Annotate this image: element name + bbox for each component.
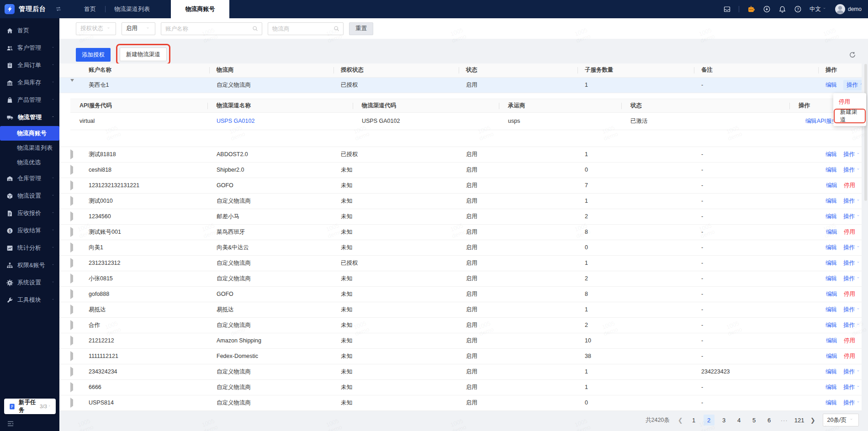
op-menu-trigger[interactable]: 操作: [843, 166, 861, 174]
new-logistics-channel-button[interactable]: 新建物流渠道: [120, 47, 167, 61]
edit-link[interactable]: 编辑: [826, 259, 837, 267]
expand-row-icon[interactable]: [70, 398, 73, 408]
stop-link[interactable]: 停用: [844, 337, 855, 345]
page-number-6[interactable]: 6: [764, 415, 775, 426]
tab-2[interactable]: 物流渠道列表: [105, 0, 159, 18]
edit-link[interactable]: 编辑: [826, 166, 837, 174]
edit-link[interactable]: 编辑: [826, 182, 837, 189]
user-menu[interactable]: demo: [835, 4, 862, 14]
edit-link[interactable]: 编辑: [826, 337, 837, 345]
op-menu-trigger-open[interactable]: 操作: [843, 80, 862, 90]
stop-link[interactable]: 停用: [844, 228, 855, 236]
refresh-icon[interactable]: [849, 51, 856, 58]
bell-icon[interactable]: [778, 5, 786, 13]
prev-page-arrow[interactable]: ❮: [677, 417, 684, 424]
auth-status-select[interactable]: 授权状态: [76, 22, 116, 35]
sidebar-item-2[interactable]: 客户管理: [0, 39, 59, 57]
edit-link[interactable]: 编辑: [826, 290, 837, 298]
page-number-121[interactable]: 121: [794, 415, 805, 426]
sidebar-item-4[interactable]: 全局库存: [0, 74, 59, 91]
sidebar-subitem-物流商账号[interactable]: 物流商账号: [0, 126, 59, 141]
op-menu-trigger[interactable]: 操作: [843, 306, 861, 314]
page-ellipsis[interactable]: ···: [779, 415, 790, 426]
edit-link[interactable]: 编辑: [826, 151, 837, 158]
expand-row-icon[interactable]: [70, 351, 73, 361]
stop-link[interactable]: 停用: [844, 352, 855, 360]
tab-1[interactable]: 首页: [75, 0, 105, 18]
question-circle-icon[interactable]: ?: [794, 5, 802, 13]
op-menu-trigger[interactable]: 操作: [843, 384, 861, 391]
expand-row-icon[interactable]: [70, 289, 73, 299]
sidebar-item-1[interactable]: 首页: [0, 22, 59, 39]
stop-link[interactable]: 停用: [844, 290, 855, 298]
sidebar-item-14[interactable]: 工具模块: [0, 291, 59, 309]
expand-row-icon[interactable]: [70, 273, 73, 284]
edit-link[interactable]: 编辑: [826, 352, 837, 360]
search-icon[interactable]: [252, 26, 259, 32]
tab-3[interactable]: 物流商账号: [171, 0, 229, 18]
expand-row-icon[interactable]: [70, 242, 73, 252]
edit-link[interactable]: 编辑: [826, 275, 837, 283]
op-menu-trigger[interactable]: 操作: [843, 244, 861, 252]
menu-item-停用[interactable]: 停用: [833, 95, 866, 108]
sidebar-item-9[interactable]: 应收报价: [0, 205, 59, 222]
search-icon[interactable]: [333, 26, 340, 32]
sidebar-item-7[interactable]: 仓库管理: [0, 170, 59, 187]
collapse-row-icon[interactable]: [70, 79, 74, 88]
sidebar-item-12[interactable]: 权限&账号: [0, 257, 59, 274]
edit-link[interactable]: 编辑: [826, 244, 837, 252]
op-menu-trigger[interactable]: 操作: [843, 321, 861, 329]
edit-link[interactable]: 编辑: [826, 213, 837, 221]
op-menu-trigger[interactable]: 操作: [843, 213, 861, 221]
expand-row-icon[interactable]: [70, 211, 73, 221]
expand-row-icon[interactable]: [70, 382, 73, 392]
sidebar-item-8[interactable]: 物流设置: [0, 187, 59, 205]
sidebar-item-13[interactable]: 系统设置: [0, 274, 59, 291]
page-number-5[interactable]: 5: [749, 415, 760, 426]
op-menu-trigger[interactable]: 操作: [843, 259, 861, 267]
edit-link[interactable]: 编辑: [826, 384, 837, 391]
expand-row-icon[interactable]: [70, 367, 73, 377]
edit-link[interactable]: 编辑: [826, 399, 837, 407]
add-auth-button[interactable]: 添加授权: [76, 48, 111, 62]
vertical-scrollbar[interactable]: [864, 64, 867, 201]
edit-link[interactable]: 编辑: [826, 81, 837, 89]
expand-row-icon[interactable]: [70, 196, 73, 206]
menu-item-新建渠道[interactable]: 新建渠道: [835, 110, 865, 122]
newbie-task-button[interactable]: 新手任务 3/3: [4, 399, 56, 414]
edit-link[interactable]: 编辑: [826, 368, 837, 376]
sidebar-subitem-物流优选[interactable]: 物流优选: [0, 155, 59, 170]
expand-row-icon[interactable]: [70, 165, 73, 175]
next-page-arrow[interactable]: ❯: [809, 417, 817, 424]
language-selector[interactable]: 中文: [810, 5, 827, 13]
inbox-icon[interactable]: [723, 5, 731, 13]
status-select[interactable]: 启用: [122, 22, 155, 35]
expand-row-icon[interactable]: [70, 336, 73, 346]
edit-link[interactable]: 编辑: [826, 228, 837, 236]
sidebar-item-5[interactable]: 产品管理: [0, 91, 59, 109]
sidebar-item-6[interactable]: 物流管理: [0, 109, 59, 126]
sidebar-item-11[interactable]: 统计分析: [0, 239, 59, 257]
expand-row-icon[interactable]: [70, 149, 73, 159]
op-menu-trigger[interactable]: 操作: [843, 197, 861, 205]
channel-name-link[interactable]: USPS GA0102: [217, 118, 254, 124]
sidebar-item-10[interactable]: $应收结算: [0, 222, 59, 239]
reset-button[interactable]: 重置: [349, 22, 373, 35]
sidebar-subitem-物流渠道列表[interactable]: 物流渠道列表: [0, 141, 59, 155]
account-name-input[interactable]: [161, 22, 262, 35]
edit-link[interactable]: 编辑: [826, 197, 837, 205]
page-number-2[interactable]: 2: [704, 415, 715, 426]
stop-link[interactable]: 停用: [844, 182, 855, 189]
download-circle-icon[interactable]: [763, 5, 771, 13]
robot-icon[interactable]: [747, 5, 755, 13]
sidebar-collapse-icon[interactable]: [6, 420, 15, 427]
expand-row-icon[interactable]: [70, 180, 73, 190]
op-menu-trigger[interactable]: 操作: [843, 275, 861, 283]
page-number-4[interactable]: 4: [734, 415, 745, 426]
page-size-select[interactable]: 20条/页: [823, 414, 859, 426]
expand-row-icon[interactable]: [70, 258, 73, 268]
expand-row-icon[interactable]: [70, 320, 73, 330]
op-menu-trigger[interactable]: 操作: [843, 368, 861, 376]
page-number-1[interactable]: 1: [688, 415, 699, 426]
sidebar-item-3[interactable]: 全局订单: [0, 57, 59, 74]
